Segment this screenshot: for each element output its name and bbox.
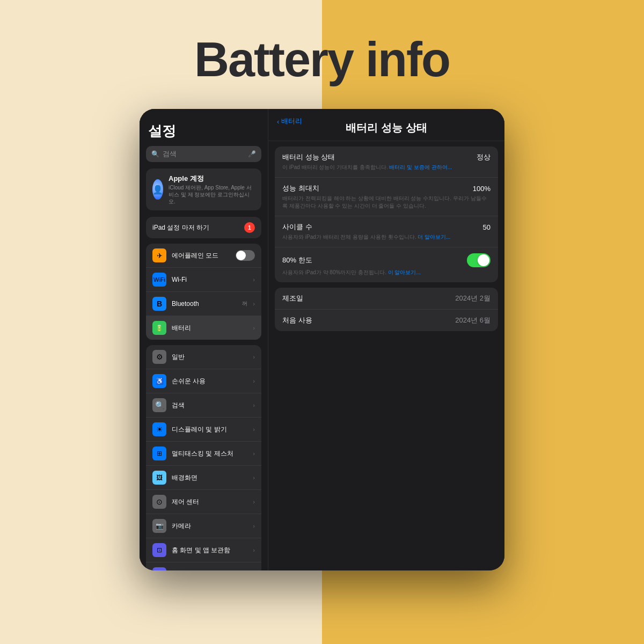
sidebar-item-homescreen[interactable]: ⊡ 홈 화면 및 앱 보관함 › — [146, 538, 261, 562]
search-settings-chevron: › — [253, 402, 255, 408]
setup-text: iPad 설정 마저 하기 — [152, 223, 209, 232]
sidebar-item-multitask[interactable]: ⊞ 멀티태스킹 및 제스처 › — [146, 442, 261, 466]
sidebar-item-display[interactable]: ☀ 디스플레이 및 밝기 › — [146, 418, 261, 442]
cycle-link[interactable]: 더 알아보기... — [418, 234, 450, 240]
peak-value: 100% — [473, 185, 491, 193]
general-icon: ⚙ — [152, 350, 166, 364]
settings-group-connectivity: ✈ 에어플레인 모드 WiFi Wi-Fi › B Bluetooth 꺼 › … — [146, 244, 261, 340]
sidebar-item-search[interactable]: 🔍 검색 › — [146, 393, 261, 418]
tablet-device: 설정 🔍 검색 🎤 👤 Apple 계정 iCloud 제어판, App Sto… — [140, 109, 504, 570]
detail-row-cycle: 사이클 수 50 사용자와 iPad가 배터리 전체 용량을 사용한 횟수입니다… — [275, 216, 498, 247]
accessibility-chevron: › — [253, 378, 255, 384]
sidebar-item-airplane[interactable]: ✈ 에어플레인 모드 — [146, 244, 261, 268]
wallpaper-icon: 🖼 — [152, 471, 166, 485]
wifi-chevron: › — [253, 276, 255, 283]
limit-toggle[interactable] — [467, 253, 491, 267]
airplane-label: 에어플레인 모드 — [172, 251, 230, 260]
health-title: 배터리 성능 상태 — [282, 152, 335, 162]
bluetooth-icon: B — [152, 297, 166, 311]
control-center-icon: ⊙ — [152, 495, 166, 509]
apple-account-name: Apple 계정 — [169, 174, 255, 184]
sidebar-item-bluetooth[interactable]: B Bluetooth 꺼 › — [146, 292, 261, 316]
health-sub: 이 iPad 배터리 성능이 기대치를 충족합니다. 배터리 및 보증에 관하여… — [282, 164, 491, 171]
airplane-icon: ✈ — [152, 248, 166, 262]
camera-label: 카메라 — [172, 522, 247, 531]
battery-icon: 🔋 — [152, 321, 166, 335]
detail-title: 배터리 성능 상태 — [277, 121, 496, 135]
mic-icon: 🎤 — [248, 150, 256, 158]
sidebar-item-general[interactable]: ⚙ 일반 › — [146, 345, 261, 369]
siri-icon: ✦ — [152, 567, 166, 570]
apple-account-card[interactable]: 👤 Apple 계정 iCloud 제어판, App Store, Apple … — [146, 169, 261, 210]
cycle-sub: 사용자와 iPad가 배터리 전체 용량을 사용한 횟수입니다. 더 알아보기.… — [282, 233, 491, 241]
multitask-chevron: › — [253, 450, 255, 457]
bluetooth-status: 꺼 — [242, 300, 247, 308]
cycle-value: 50 — [483, 223, 491, 231]
search-settings-label: 검색 — [172, 401, 247, 410]
firstuse-value: 2024년 6월 — [455, 316, 491, 325]
accessibility-icon: ♿ — [152, 374, 166, 388]
sidebar-item-wallpaper[interactable]: 🖼 배경화면 › — [146, 466, 261, 490]
detail-section-1: 배터리 성능 상태 정상 이 iPad 배터리 성능이 기대치를 충족합니다. … — [275, 147, 498, 282]
display-label: 디스플레이 및 밝기 — [172, 425, 247, 434]
general-label: 일반 — [172, 353, 247, 362]
manufactured-label: 제조일 — [282, 294, 303, 303]
bluetooth-chevron: › — [253, 301, 255, 307]
homescreen-label: 홈 화면 및 앱 보관함 — [172, 546, 247, 555]
homescreen-icon: ⊡ — [152, 543, 166, 557]
peak-sub: 배터리가 전력피킹을 해야 하는 상황에 대비한 배터리 성능 수치입니다. 우… — [282, 195, 491, 210]
camera-icon: 📷 — [152, 519, 166, 533]
health-link[interactable]: 배터리 및 보증에 관하여... — [389, 164, 452, 170]
search-settings-icon: 🔍 — [152, 398, 166, 412]
apple-account-text: Apple 계정 iCloud 제어판, App Store, Apple 서비… — [169, 174, 255, 205]
detail-row-80limit: 80% 한도 사용자와 iPad가 약 80%까지만 충전됩니다. 이 알아보기… — [275, 247, 498, 282]
control-center-label: 제어 센터 — [172, 497, 247, 507]
detail-header: ‹ 배터리 배터리 성능 상태 — [268, 109, 504, 141]
multitask-icon: ⊞ — [152, 447, 166, 460]
limit-link[interactable]: 이 알아보기... — [388, 269, 421, 275]
detail-section-2: 제조일 2024년 2월 처음 사용 2024년 6월 — [275, 288, 498, 331]
siri-label: Apple Intelligence 및 Siri — [172, 570, 247, 571]
wifi-icon: WiFi — [152, 273, 166, 287]
airplane-toggle[interactable] — [236, 250, 255, 261]
sidebar-item-siri[interactable]: ✦ Apple Intelligence 및 Siri › — [146, 562, 261, 570]
general-chevron: › — [253, 354, 255, 360]
cycle-title: 사이클 수 — [282, 222, 312, 232]
health-value: 정상 — [477, 152, 491, 162]
settings-group-general: ⚙ 일반 › ♿ 손쉬운 사용 › 🔍 검색 › ☀ 디스플레이 및 밝기 › … — [146, 345, 261, 570]
detail-row-health: 배터리 성능 상태 정상 이 iPad 배터리 성능이 기대치를 충족합니다. … — [275, 147, 498, 178]
page-title: Battery info — [194, 32, 450, 87]
sidebar-item-battery[interactable]: 🔋 배터리 › — [146, 316, 261, 340]
search-bar[interactable]: 🔍 검색 🎤 — [146, 146, 261, 162]
battery-label: 배터리 — [172, 324, 247, 333]
search-icon: 🔍 — [151, 150, 159, 158]
settings-title: 설정 — [140, 118, 268, 146]
sidebar-item-camera[interactable]: 📷 카메라 › — [146, 514, 261, 538]
limit-sub: 사용자와 iPad가 약 80%까지만 충전됩니다. 이 알아보기... — [282, 269, 491, 276]
peak-title: 성능 최대치 — [282, 184, 319, 193]
limit-title: 80% 한도 — [282, 255, 312, 265]
accessibility-label: 손쉬운 사용 — [172, 377, 247, 386]
manufactured-value: 2024년 2월 — [455, 294, 491, 303]
display-chevron: › — [253, 426, 255, 433]
detail-row-peak: 성능 최대치 100% 배터리가 전력피킹을 해야 하는 상황에 대비한 배터리… — [275, 178, 498, 216]
camera-chevron: › — [253, 523, 255, 529]
wallpaper-label: 배경화면 — [172, 473, 247, 482]
wallpaper-chevron: › — [253, 474, 255, 481]
display-icon: ☀ — [152, 422, 166, 436]
multitask-label: 멀티태스킹 및 제스처 — [172, 449, 247, 458]
firstuse-label: 처음 사용 — [282, 316, 312, 325]
sidebar-item-wifi[interactable]: WiFi Wi-Fi › — [146, 268, 261, 292]
detail-row-firstuse: 처음 사용 2024년 6월 — [275, 310, 498, 331]
sidebar-item-control-center[interactable]: ⊙ 제어 센터 › — [146, 490, 261, 514]
bluetooth-label: Bluetooth — [172, 300, 237, 308]
battery-chevron: › — [253, 325, 255, 331]
homescreen-chevron: › — [253, 547, 255, 553]
setup-badge: 1 — [244, 222, 255, 233]
sidebar-item-accessibility[interactable]: ♿ 손쉬운 사용 › — [146, 369, 261, 393]
detail-panel: ‹ 배터리 배터리 성능 상태 배터리 성능 상태 정상 이 iPad 배터리 … — [268, 109, 504, 570]
control-center-chevron: › — [253, 499, 255, 505]
setup-incomplete[interactable]: iPad 설정 마저 하기 1 — [146, 217, 261, 238]
settings-sidebar: 설정 🔍 검색 🎤 👤 Apple 계정 iCloud 제어판, App Sto… — [140, 109, 268, 570]
search-placeholder: 검색 — [163, 149, 177, 159]
